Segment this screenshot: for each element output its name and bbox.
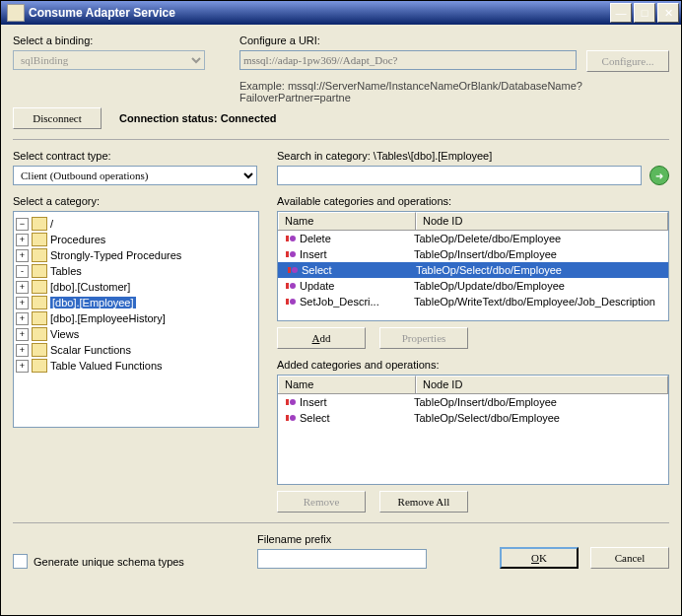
expander-icon[interactable]: - (16, 265, 29, 278)
filename-prefix-label: Filename prefix (257, 533, 500, 545)
folder-icon (32, 248, 47, 262)
available-list[interactable]: Name Node ID DeleteTableOp/Delete/dbo/Em… (277, 211, 669, 321)
minimize-button[interactable]: — (610, 3, 632, 23)
folder-icon (32, 217, 47, 231)
tree-item[interactable]: Scalar Functions (50, 344, 131, 356)
list-row[interactable]: UpdateTableOp/Update/dbo/Employee (278, 278, 668, 294)
operation-icon (284, 396, 296, 408)
uri-input[interactable] (239, 50, 577, 70)
col-nodeid[interactable]: Node ID (416, 212, 668, 230)
binding-select[interactable]: sqlBinding (13, 50, 205, 70)
contract-label: Select contract type: (13, 150, 257, 162)
expander-icon[interactable]: + (16, 234, 29, 246)
conn-status-value: Connected (221, 112, 277, 124)
expander-icon[interactable]: + (16, 249, 29, 262)
tree-item[interactable]: Views (50, 328, 79, 340)
maximize-button[interactable]: □ (634, 3, 655, 23)
list-row[interactable]: InsertTableOp/Insert/dbo/Employee (278, 246, 668, 262)
folder-icon (32, 343, 47, 357)
folder-icon (32, 296, 47, 309)
tree-item[interactable]: Strongly-Typed Procedures (50, 249, 181, 261)
col-name[interactable]: Name (278, 376, 416, 393)
expander-icon[interactable]: + (16, 312, 29, 325)
operation-icon (284, 248, 296, 260)
expander-icon[interactable]: + (16, 328, 29, 341)
available-label: Available categories and operations: (277, 195, 669, 207)
expander-icon[interactable]: + (16, 344, 29, 357)
list-row[interactable]: SetJob_Descri...TableOp/WriteText/dbo/Em… (278, 294, 668, 309)
list-row-selected[interactable]: SelectTableOp/Select/dbo/Employee (278, 262, 668, 278)
folder-icon (32, 359, 47, 373)
window-title: Consume Adapter Service (29, 6, 610, 20)
folder-icon (32, 233, 47, 246)
expander-icon[interactable]: + (16, 360, 29, 373)
tree-root[interactable]: / (50, 218, 53, 230)
operation-icon (284, 296, 296, 308)
tree-item[interactable]: Procedures (50, 234, 105, 245)
added-list[interactable]: Name Node ID InsertTableOp/Insert/dbo/Em… (277, 375, 669, 485)
filename-prefix-input[interactable] (257, 549, 427, 569)
tree-item[interactable]: Table Valued Functions (50, 360, 163, 372)
folder-icon (32, 327, 47, 341)
contract-select[interactable]: Client (Outbound operations) (13, 166, 257, 185)
search-label: Search in category: \Tables\[dbo].[Emplo… (277, 150, 669, 162)
gen-unique-checkbox[interactable]: Generate unique schema types (13, 554, 257, 569)
col-nodeid[interactable]: Node ID (416, 376, 668, 393)
tree-item[interactable]: Tables (50, 265, 82, 277)
category-tree-label: Select a category: (13, 195, 257, 207)
ok-button[interactable]: OK (500, 547, 579, 569)
col-name[interactable]: Name (278, 212, 416, 230)
close-button[interactable]: ✕ (657, 3, 679, 23)
operation-icon (286, 264, 298, 276)
folder-icon (32, 264, 47, 278)
tree-item[interactable]: [dbo].[EmployeeHistory] (50, 312, 166, 324)
dialog-window: Consume Adapter Service — □ ✕ Select a b… (0, 0, 682, 616)
search-go-icon[interactable]: ➜ (649, 166, 669, 185)
title-bar: Consume Adapter Service — □ ✕ (1, 1, 681, 25)
binding-label: Select a binding: (13, 34, 220, 46)
conn-status-label: Connection status: (119, 112, 218, 124)
app-icon (7, 4, 25, 22)
operation-icon (284, 233, 296, 244)
list-row[interactable]: DeleteTableOp/Delete/dbo/Employee (278, 231, 668, 246)
expander-icon[interactable]: + (16, 297, 29, 309)
expander-icon[interactable]: − (16, 218, 29, 231)
properties-button[interactable]: Properties (379, 327, 468, 349)
remove-all-button[interactable]: Remove All (379, 491, 468, 513)
remove-button[interactable]: Remove (277, 491, 366, 513)
search-input[interactable] (277, 166, 642, 185)
list-row[interactable]: SelectTableOp/Select/dbo/Employee (278, 410, 668, 426)
folder-icon (32, 280, 47, 294)
uri-example: Example: mssql://ServerName/InstanceName… (239, 80, 669, 103)
disconnect-button[interactable]: Disconnect (13, 107, 102, 129)
folder-icon (32, 311, 47, 325)
uri-label: Configure a URI: (239, 34, 669, 46)
list-row[interactable]: InsertTableOp/Insert/dbo/Employee (278, 394, 668, 410)
configure-button[interactable]: Configure... (586, 50, 669, 72)
add-button[interactable]: AAdddd (277, 327, 366, 349)
cancel-button[interactable]: Cancel (590, 547, 669, 569)
expander-icon[interactable]: + (16, 281, 29, 294)
checkbox-icon[interactable] (13, 554, 28, 569)
category-tree[interactable]: −/ +Procedures +Strongly-Typed Procedure… (13, 211, 259, 428)
tree-item[interactable]: [dbo].[Customer] (50, 281, 130, 293)
tree-item-selected[interactable]: [dbo].[Employee] (50, 297, 136, 308)
added-label: Added categories and operations: (277, 359, 669, 371)
operation-icon (284, 412, 296, 424)
operation-icon (284, 280, 296, 292)
